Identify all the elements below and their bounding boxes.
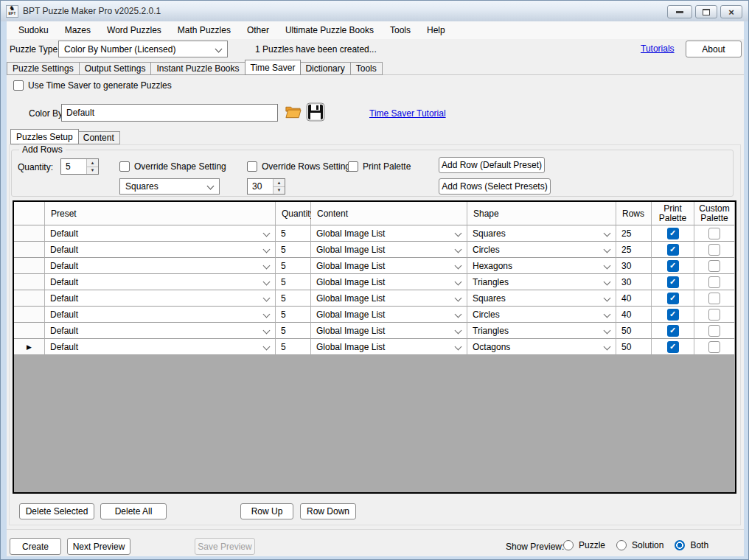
spinner-down-icon[interactable]: ▼ xyxy=(87,167,98,175)
subtab-puzzles-setup[interactable]: Puzzles Setup xyxy=(10,129,79,144)
row-selector[interactable]: ▶ xyxy=(14,323,45,339)
row-selector[interactable]: ▶ xyxy=(14,258,45,274)
row-selector[interactable]: ▶ xyxy=(14,339,45,355)
preset-cell[interactable]: Default xyxy=(45,339,276,355)
spinner-down-icon[interactable]: ▼ xyxy=(274,187,285,195)
radio-both[interactable] xyxy=(675,540,685,550)
menu-other[interactable]: Other xyxy=(239,21,277,39)
tab-puzzle-settings[interactable]: Puzzle Settings xyxy=(7,62,80,75)
shape-cell[interactable]: Triangles xyxy=(467,274,616,290)
row-up-button[interactable]: Row Up xyxy=(240,503,293,519)
override-rows-checkbox[interactable] xyxy=(247,161,257,172)
rows-cell[interactable]: 40 xyxy=(616,290,652,307)
row-selector[interactable]: ▶ xyxy=(14,242,45,258)
preset-cell[interactable]: Default xyxy=(45,290,276,307)
column-header-rows[interactable]: Rows xyxy=(616,202,652,225)
minimize-button[interactable] xyxy=(667,5,692,18)
quantity-cell[interactable]: 5 xyxy=(276,274,311,290)
rows-cell[interactable]: 50 xyxy=(616,323,652,339)
radio-puzzle[interactable] xyxy=(563,540,574,550)
tab-time-saver[interactable]: Time Saver xyxy=(245,60,302,75)
print-palette-cell[interactable] xyxy=(652,339,694,355)
subtab-content[interactable]: Content xyxy=(78,131,120,144)
custom-palette-cell[interactable] xyxy=(694,242,735,258)
content-cell[interactable]: Global Image List xyxy=(311,339,467,355)
content-cell[interactable]: Global Image List xyxy=(311,242,467,258)
column-header-shape[interactable]: Shape xyxy=(467,202,616,225)
column-header-preset[interactable]: Preset xyxy=(45,202,276,225)
tutorials-link[interactable]: Tutorials xyxy=(641,43,675,54)
time-saver-tutorial-link[interactable]: Time Saver Tutorial xyxy=(369,108,446,119)
custom-palette-cell[interactable] xyxy=(694,290,735,307)
preset-cell[interactable]: Default xyxy=(45,242,276,258)
preset-cell[interactable]: Default xyxy=(45,258,276,274)
delete-selected-button[interactable]: Delete Selected xyxy=(19,503,94,519)
preset-cell[interactable]: Default xyxy=(45,274,276,290)
print-palette-cell[interactable] xyxy=(652,258,694,274)
content-cell[interactable]: Global Image List xyxy=(311,323,467,339)
color-by-input[interactable] xyxy=(61,104,278,122)
tab-dictionary[interactable]: Dictionary xyxy=(300,62,350,75)
column-header-quantity[interactable]: Quantity xyxy=(276,202,311,225)
shape-cell[interactable]: Hexagons xyxy=(467,258,616,274)
about-button[interactable]: About xyxy=(686,41,742,57)
quantity-cell[interactable]: 5 xyxy=(276,242,311,258)
row-down-button[interactable]: Row Down xyxy=(300,503,356,519)
content-cell[interactable]: Global Image List xyxy=(311,225,467,242)
quantity-cell[interactable]: 5 xyxy=(276,339,311,355)
quantity-cell[interactable]: 5 xyxy=(276,323,311,339)
row-selector[interactable]: ▶ xyxy=(14,307,45,323)
rows-cell[interactable]: 30 xyxy=(616,274,652,290)
add-row-default-preset-button[interactable]: Add Row (Default Preset) xyxy=(439,157,545,173)
row-selector[interactable]: ▶ xyxy=(14,274,45,290)
rows-cell[interactable]: 25 xyxy=(616,242,652,258)
delete-all-button[interactable]: Delete All xyxy=(100,503,167,519)
preset-cell[interactable]: Default xyxy=(45,307,276,323)
rows-stepper[interactable]: 30 ▲ ▼ xyxy=(247,178,285,195)
shape-cell[interactable]: Circles xyxy=(467,307,616,323)
print-palette-cell[interactable] xyxy=(652,323,694,339)
custom-palette-cell[interactable] xyxy=(694,274,735,290)
preset-cell[interactable]: Default xyxy=(45,225,276,242)
spinner-up-icon[interactable]: ▲ xyxy=(87,159,98,167)
quantity-cell[interactable]: 5 xyxy=(276,307,311,323)
rows-cell[interactable]: 50 xyxy=(616,339,652,355)
quantity-stepper[interactable]: 5 ▲ ▼ xyxy=(60,158,99,175)
column-header-custom-palette[interactable]: Custom Palette xyxy=(694,202,735,225)
shape-cell[interactable]: Octagons xyxy=(467,339,616,355)
print-palette-cell[interactable] xyxy=(652,242,694,258)
radio-solution[interactable] xyxy=(616,540,627,550)
print-palette-cell[interactable] xyxy=(652,307,694,323)
print-palette-cell[interactable] xyxy=(652,290,694,307)
menu-help[interactable]: Help xyxy=(419,21,453,39)
content-cell[interactable]: Global Image List xyxy=(311,274,467,290)
print-palette-cell[interactable] xyxy=(652,225,694,242)
spinner-up-icon[interactable]: ▲ xyxy=(274,179,285,187)
custom-palette-cell[interactable] xyxy=(694,225,735,242)
custom-palette-cell[interactable] xyxy=(694,323,735,339)
menu-math-puzzles[interactable]: Math Puzzles xyxy=(170,21,239,39)
shape-cell[interactable]: Triangles xyxy=(467,323,616,339)
content-cell[interactable]: Global Image List xyxy=(311,307,467,323)
close-button[interactable]: × xyxy=(720,5,742,18)
menu-mazes[interactable]: Mazes xyxy=(57,21,99,39)
rows-cell[interactable]: 30 xyxy=(616,258,652,274)
quantity-cell[interactable]: 5 xyxy=(276,225,311,242)
add-rows-select-presets-button[interactable]: Add Rows (Select Presets) xyxy=(439,178,551,195)
tab-output-settings[interactable]: Output Settings xyxy=(80,62,152,75)
quantity-cell[interactable]: 5 xyxy=(276,258,311,274)
quantity-cell[interactable]: 5 xyxy=(276,290,311,307)
preset-cell[interactable]: Default xyxy=(45,323,276,339)
print-palette-checkbox[interactable] xyxy=(348,161,358,172)
menu-tools[interactable]: Tools xyxy=(382,21,419,39)
row-selector[interactable]: ▶ xyxy=(14,225,45,242)
custom-palette-cell[interactable] xyxy=(694,307,735,323)
puzzle-type-dropdown[interactable]: Color By Number (Licensed) xyxy=(58,41,228,57)
override-shape-checkbox[interactable] xyxy=(119,161,130,172)
menu-ultimate-puzzle-books[interactable]: Ultimate Puzzle Books xyxy=(277,21,382,39)
print-palette-cell[interactable] xyxy=(652,274,694,290)
column-header-print-palette[interactable]: Print Palette xyxy=(652,202,694,225)
shape-dropdown[interactable]: Squares xyxy=(119,178,220,195)
shape-cell[interactable]: Circles xyxy=(467,242,616,258)
rows-cell[interactable]: 25 xyxy=(616,225,652,242)
